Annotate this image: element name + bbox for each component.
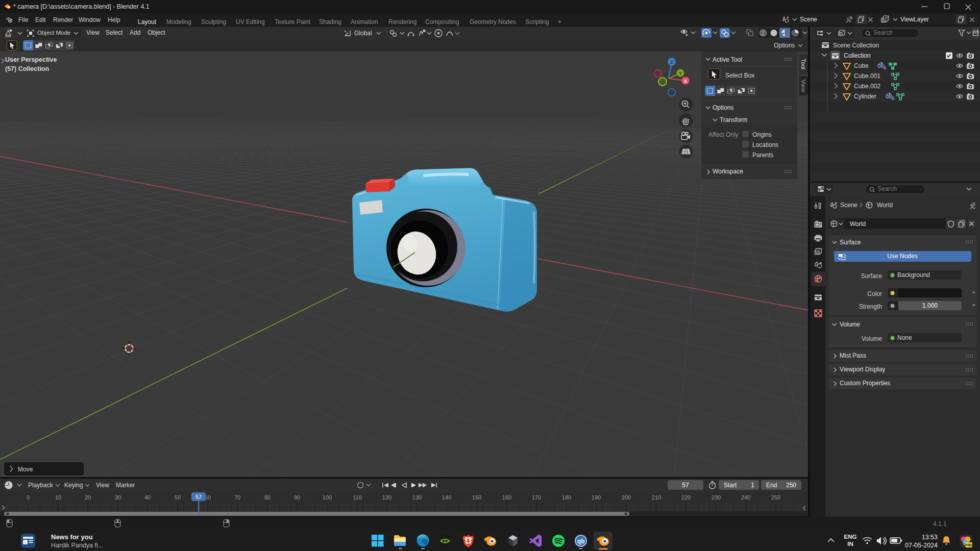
- svg-text:Move: Move: [18, 466, 33, 473]
- svg-text:Y: Y: [679, 70, 682, 76]
- svg-text:0: 0: [27, 494, 30, 500]
- svg-text:210: 210: [652, 494, 661, 500]
- svg-text:Cylinder: Cylinder: [854, 93, 876, 100]
- svg-text:190: 190: [592, 494, 601, 500]
- svg-text:80: 80: [264, 494, 271, 500]
- svg-text:qb: qb: [577, 538, 585, 545]
- svg-text:IN: IN: [847, 541, 853, 547]
- svg-text:230: 230: [712, 494, 721, 500]
- svg-text:240: 240: [741, 494, 750, 500]
- svg-text:40: 40: [144, 494, 151, 500]
- svg-text:World: World: [877, 202, 893, 209]
- svg-text:20: 20: [85, 494, 91, 500]
- svg-text:140: 140: [442, 494, 451, 500]
- svg-text:Global: Global: [354, 30, 372, 37]
- svg-text:170: 170: [532, 494, 541, 500]
- svg-text:Scene: Scene: [840, 202, 857, 209]
- svg-text:10: 10: [55, 494, 61, 500]
- svg-text:57: 57: [195, 494, 202, 500]
- svg-text:160: 160: [502, 494, 511, 500]
- svg-text:Cube.001: Cube.001: [854, 72, 880, 80]
- svg-text:13:53: 13:53: [922, 534, 938, 541]
- svg-text:120: 120: [382, 494, 391, 500]
- svg-text:(57) Collection: (57) Collection: [5, 65, 49, 72]
- svg-text:Cube.002: Cube.002: [854, 83, 880, 90]
- svg-text:07-05-2024: 07-05-2024: [905, 542, 938, 549]
- svg-text:200: 200: [622, 494, 631, 500]
- svg-text:150: 150: [472, 494, 481, 500]
- svg-text:90: 90: [294, 494, 300, 500]
- svg-text:130: 130: [412, 494, 422, 500]
- svg-text:PRE: PRE: [965, 543, 973, 547]
- svg-text:Collection: Collection: [844, 52, 871, 59]
- svg-text:Z: Z: [670, 59, 673, 65]
- svg-text:ENG: ENG: [844, 534, 857, 540]
- svg-text:180: 180: [562, 494, 571, 500]
- svg-text:Cube: Cube: [854, 62, 869, 69]
- svg-text:100: 100: [323, 494, 332, 500]
- svg-text:70: 70: [234, 494, 240, 500]
- svg-text:User Perspective: User Perspective: [5, 56, 57, 63]
- svg-text:30: 30: [115, 494, 121, 500]
- svg-text:X: X: [684, 78, 688, 84]
- svg-text:Scene Collection: Scene Collection: [833, 42, 879, 49]
- svg-text:220: 220: [681, 494, 691, 500]
- svg-text:250: 250: [771, 494, 780, 500]
- svg-text:50: 50: [175, 494, 181, 500]
- svg-text:110: 110: [353, 494, 362, 500]
